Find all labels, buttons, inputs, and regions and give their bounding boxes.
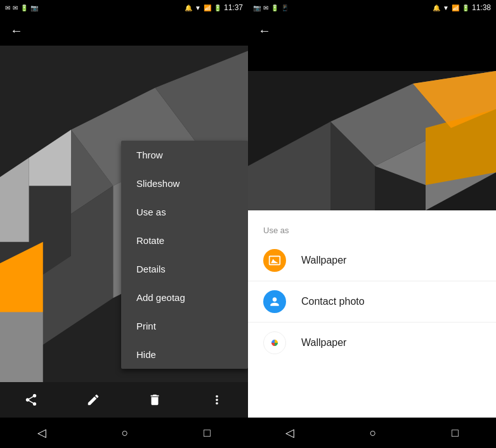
menu-item-rotate[interactable]: Rotate: [121, 226, 248, 255]
right-wifi-icon: ▼: [443, 4, 449, 11]
right-time: 11:38: [472, 3, 491, 12]
right-top-bar: ←: [248, 15, 496, 46]
menu-item-print[interactable]: Print: [121, 312, 248, 340]
material-design-image-right: [248, 71, 496, 210]
right-battery2-icon: 🔋: [462, 4, 469, 11]
contact-photo-icon: [263, 290, 286, 313]
battery-icon: 🔋: [214, 4, 221, 11]
menu-item-add-geotag[interactable]: Add geotag: [121, 283, 248, 312]
use-as-section: Use as Wallpaper Contact photo: [248, 210, 496, 418]
volume-icon: 🔔: [185, 4, 192, 11]
signal-icon: 📶: [204, 4, 211, 11]
contact-photo-option[interactable]: Contact photo: [248, 281, 496, 322]
left-back-button[interactable]: ←: [10, 23, 23, 38]
svg-marker-10: [0, 312, 43, 382]
right-nav-bar: ◁ ○ □: [248, 418, 496, 448]
status-bar-left-icons: ✉ ✉ 🔋 📷: [5, 4, 38, 11]
mail-icon: ✉: [13, 4, 18, 11]
right-volume-icon: 🔔: [433, 4, 440, 11]
google-wallpaper-label: Wallpaper: [301, 337, 346, 349]
contact-photo-label: Contact photo: [301, 296, 365, 307]
left-nav-home[interactable]: ○: [122, 426, 129, 440]
right-panel: 📷 ✉ 🔋 📱 🔔 ▼ 📶 🔋 11:38 ←: [248, 0, 496, 448]
right-status-bar: 📷 ✉ 🔋 📱 🔔 ▼ 📶 🔋 11:38: [248, 0, 496, 15]
google-photos-icon: [263, 331, 286, 354]
left-nav-back[interactable]: ◁: [37, 426, 46, 440]
right-nav-back[interactable]: ◁: [285, 426, 294, 440]
wallpaper-icon: [263, 249, 286, 272]
left-time: 11:37: [224, 3, 243, 12]
right-camera-icon: 📷: [253, 4, 261, 11]
status-bar-right-icons: 🔔 ▼ 📶 🔋 11:37: [185, 3, 243, 12]
right-back-button[interactable]: ←: [258, 23, 271, 38]
wallpaper-label: Wallpaper: [301, 255, 346, 266]
left-nav-recent[interactable]: □: [204, 426, 211, 440]
right-status-bar-right: 🔔 ▼ 📶 🔋 11:38: [433, 3, 491, 12]
left-panel: ✉ ✉ 🔋 📷 🔔 ▼ 📶 🔋 11:37 ←: [0, 0, 248, 448]
msg-icon: ✉: [5, 4, 10, 11]
left-status-bar: ✉ ✉ 🔋 📷 🔔 ▼ 📶 🔋 11:37: [0, 0, 248, 15]
delete-button[interactable]: [142, 387, 167, 413]
right-battery-icon: 🔋: [271, 4, 278, 11]
right-signal-icon: 📶: [452, 4, 459, 11]
menu-item-throw[interactable]: Throw: [121, 141, 248, 169]
left-image-area: August 18 Throw Slideshow Use as Rotate …: [0, 46, 248, 382]
share-button[interactable]: [18, 387, 44, 413]
wallpaper-option[interactable]: Wallpaper: [248, 240, 496, 281]
google-wallpaper-option[interactable]: Wallpaper: [248, 323, 496, 363]
battery-low-icon: 🔋: [20, 4, 28, 11]
right-nav-home[interactable]: ○: [370, 426, 377, 440]
right-screenshot-icon: 📱: [281, 4, 289, 11]
menu-item-slideshow[interactable]: Slideshow: [121, 169, 248, 198]
edit-button[interactable]: [81, 387, 106, 413]
menu-item-details[interactable]: Details: [121, 255, 248, 283]
left-bottom-toolbar: [0, 382, 248, 418]
menu-item-hide[interactable]: Hide: [121, 340, 248, 369]
more-options-button[interactable]: [204, 387, 230, 413]
menu-item-use-as[interactable]: Use as: [121, 198, 248, 226]
use-as-heading: Use as: [248, 221, 496, 240]
right-mail-icon: ✉: [263, 4, 268, 11]
right-nav-recent[interactable]: □: [452, 426, 459, 440]
left-top-bar: ←: [0, 15, 248, 46]
left-nav-bar: ◁ ○ □: [0, 418, 248, 448]
right-image-area: [248, 46, 496, 210]
wifi-icon: ▼: [195, 4, 201, 11]
right-status-bar-left: 📷 ✉ 🔋 📱: [253, 4, 289, 11]
camera-icon: 📷: [30, 4, 38, 11]
context-menu: Throw Slideshow Use as Rotate Details Ad…: [121, 141, 248, 369]
